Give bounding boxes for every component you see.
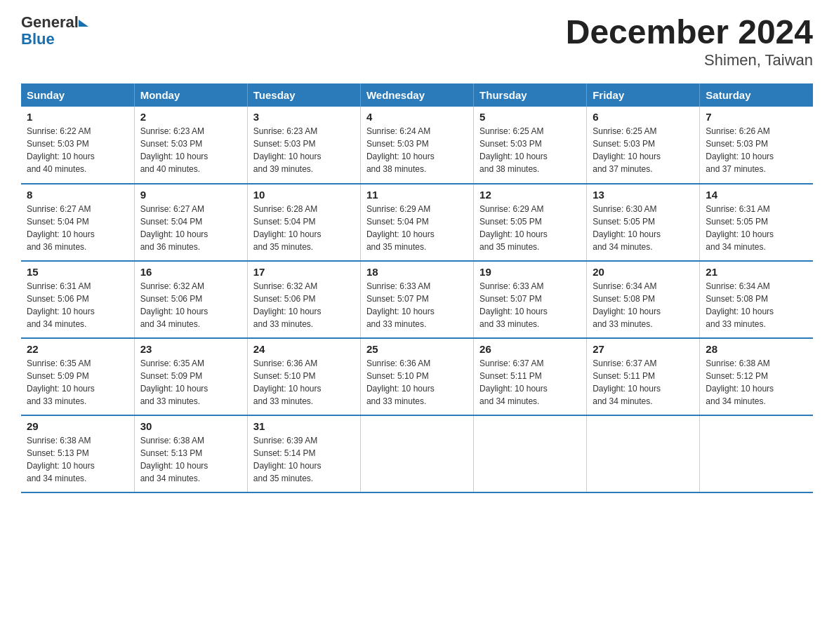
calendar-cell: 27 Sunrise: 6:37 AM Sunset: 5:11 PM Dayl… [587, 338, 700, 415]
cell-info: Sunrise: 6:24 AM Sunset: 5:03 PM Dayligh… [366, 125, 468, 175]
weekday-header-thursday: Thursday [474, 83, 587, 107]
calendar-cell: 14 Sunrise: 6:31 AM Sunset: 5:05 PM Dayl… [700, 184, 813, 261]
calendar-cell [700, 415, 813, 492]
calendar-cell: 7 Sunrise: 6:26 AM Sunset: 5:03 PM Dayli… [700, 107, 813, 184]
weekday-header-monday: Monday [134, 83, 247, 107]
calendar-table: SundayMondayTuesdayWednesdayThursdayFrid… [21, 83, 813, 493]
cell-info: Sunrise: 6:38 AM Sunset: 5:12 PM Dayligh… [706, 357, 807, 408]
calendar-cell: 20 Sunrise: 6:34 AM Sunset: 5:08 PM Dayl… [587, 261, 700, 338]
calendar-cell [587, 415, 700, 492]
calendar-cell: 31 Sunrise: 6:39 AM Sunset: 5:14 PM Dayl… [247, 415, 360, 492]
calendar-cell: 18 Sunrise: 6:33 AM Sunset: 5:07 PM Dayl… [360, 261, 473, 338]
calendar-cell: 3 Sunrise: 6:23 AM Sunset: 5:03 PM Dayli… [247, 107, 360, 184]
day-number: 15 [27, 266, 128, 278]
day-number: 30 [140, 420, 241, 432]
cell-info: Sunrise: 6:25 AM Sunset: 5:03 PM Dayligh… [479, 125, 581, 175]
day-number: 25 [366, 343, 468, 355]
calendar-cell: 5 Sunrise: 6:25 AM Sunset: 5:03 PM Dayli… [474, 107, 587, 184]
day-number: 21 [706, 266, 807, 278]
cell-info: Sunrise: 6:26 AM Sunset: 5:03 PM Dayligh… [706, 125, 807, 175]
calendar-cell: 16 Sunrise: 6:32 AM Sunset: 5:06 PM Dayl… [134, 261, 247, 338]
day-number: 12 [479, 189, 581, 201]
calendar-cell: 4 Sunrise: 6:24 AM Sunset: 5:03 PM Dayli… [360, 107, 473, 184]
cell-info: Sunrise: 6:33 AM Sunset: 5:07 PM Dayligh… [366, 280, 468, 330]
calendar-cell: 1 Sunrise: 6:22 AM Sunset: 5:03 PM Dayli… [21, 107, 134, 184]
calendar-cell: 22 Sunrise: 6:35 AM Sunset: 5:09 PM Dayl… [21, 338, 134, 415]
calendar-cell: 8 Sunrise: 6:27 AM Sunset: 5:04 PM Dayli… [21, 184, 134, 261]
cell-info: Sunrise: 6:29 AM Sunset: 5:04 PM Dayligh… [366, 203, 468, 253]
cell-info: Sunrise: 6:37 AM Sunset: 5:11 PM Dayligh… [479, 357, 581, 408]
calendar-cell: 11 Sunrise: 6:29 AM Sunset: 5:04 PM Dayl… [360, 184, 473, 261]
day-number: 4 [366, 111, 468, 123]
day-number: 1 [27, 111, 128, 123]
calendar-header: SundayMondayTuesdayWednesdayThursdayFrid… [21, 83, 813, 107]
cell-info: Sunrise: 6:30 AM Sunset: 5:05 PM Dayligh… [593, 203, 694, 253]
day-number: 23 [140, 343, 241, 355]
page-header: General Blue December 2024 Shimen, Taiwa… [21, 14, 813, 69]
calendar-cell: 15 Sunrise: 6:31 AM Sunset: 5:06 PM Dayl… [21, 261, 134, 338]
cell-info: Sunrise: 6:23 AM Sunset: 5:03 PM Dayligh… [140, 125, 241, 175]
day-number: 20 [593, 266, 694, 278]
logo: General Blue [21, 14, 87, 48]
cell-info: Sunrise: 6:25 AM Sunset: 5:03 PM Dayligh… [593, 125, 694, 175]
logo-triangle-icon [79, 20, 88, 27]
day-number: 11 [366, 189, 468, 201]
calendar-cell: 2 Sunrise: 6:23 AM Sunset: 5:03 PM Dayli… [134, 107, 247, 184]
calendar-cell: 13 Sunrise: 6:30 AM Sunset: 5:05 PM Dayl… [587, 184, 700, 261]
title-block: December 2024 Shimen, Taiwan [566, 14, 813, 69]
calendar-cell [474, 415, 587, 492]
calendar-cell: 19 Sunrise: 6:33 AM Sunset: 5:07 PM Dayl… [474, 261, 587, 338]
calendar-cell: 10 Sunrise: 6:28 AM Sunset: 5:04 PM Dayl… [247, 184, 360, 261]
day-number: 5 [479, 111, 581, 123]
day-number: 14 [706, 189, 807, 201]
calendar-week-row: 1 Sunrise: 6:22 AM Sunset: 5:03 PM Dayli… [21, 107, 813, 184]
calendar-cell: 29 Sunrise: 6:38 AM Sunset: 5:13 PM Dayl… [21, 415, 134, 492]
calendar-body: 1 Sunrise: 6:22 AM Sunset: 5:03 PM Dayli… [21, 107, 813, 492]
calendar-week-row: 8 Sunrise: 6:27 AM Sunset: 5:04 PM Dayli… [21, 184, 813, 261]
cell-info: Sunrise: 6:23 AM Sunset: 5:03 PM Dayligh… [253, 125, 355, 175]
day-number: 26 [479, 343, 581, 355]
calendar-week-row: 22 Sunrise: 6:35 AM Sunset: 5:09 PM Dayl… [21, 338, 813, 415]
cell-info: Sunrise: 6:27 AM Sunset: 5:04 PM Dayligh… [27, 203, 128, 253]
day-number: 13 [593, 189, 694, 201]
calendar-cell: 28 Sunrise: 6:38 AM Sunset: 5:12 PM Dayl… [700, 338, 813, 415]
cell-info: Sunrise: 6:36 AM Sunset: 5:10 PM Dayligh… [366, 357, 468, 408]
cell-info: Sunrise: 6:22 AM Sunset: 5:03 PM Dayligh… [27, 125, 128, 175]
weekday-header-saturday: Saturday [700, 83, 813, 107]
day-number: 29 [27, 420, 128, 432]
day-number: 17 [253, 266, 355, 278]
cell-info: Sunrise: 6:31 AM Sunset: 5:05 PM Dayligh… [706, 203, 807, 253]
logo-blue-text: Blue [21, 31, 87, 48]
cell-info: Sunrise: 6:36 AM Sunset: 5:10 PM Dayligh… [253, 357, 355, 408]
cell-info: Sunrise: 6:33 AM Sunset: 5:07 PM Dayligh… [479, 280, 581, 330]
calendar-week-row: 15 Sunrise: 6:31 AM Sunset: 5:06 PM Dayl… [21, 261, 813, 338]
day-number: 31 [253, 420, 355, 432]
weekday-header-wednesday: Wednesday [360, 83, 473, 107]
day-number: 6 [593, 111, 694, 123]
calendar-cell: 30 Sunrise: 6:38 AM Sunset: 5:13 PM Dayl… [134, 415, 247, 492]
day-number: 18 [366, 266, 468, 278]
logo-general-text: General [21, 13, 79, 31]
calendar-week-row: 29 Sunrise: 6:38 AM Sunset: 5:13 PM Dayl… [21, 415, 813, 492]
cell-info: Sunrise: 6:38 AM Sunset: 5:13 PM Dayligh… [140, 434, 241, 485]
cell-info: Sunrise: 6:38 AM Sunset: 5:13 PM Dayligh… [27, 434, 128, 485]
cell-info: Sunrise: 6:31 AM Sunset: 5:06 PM Dayligh… [27, 280, 128, 330]
weekday-header-tuesday: Tuesday [247, 83, 360, 107]
day-number: 16 [140, 266, 241, 278]
cell-info: Sunrise: 6:37 AM Sunset: 5:11 PM Dayligh… [593, 357, 694, 408]
day-number: 22 [27, 343, 128, 355]
cell-info: Sunrise: 6:28 AM Sunset: 5:04 PM Dayligh… [253, 203, 355, 253]
cell-info: Sunrise: 6:34 AM Sunset: 5:08 PM Dayligh… [593, 280, 694, 330]
cell-info: Sunrise: 6:35 AM Sunset: 5:09 PM Dayligh… [27, 357, 128, 408]
cell-info: Sunrise: 6:32 AM Sunset: 5:06 PM Dayligh… [140, 280, 241, 330]
cell-info: Sunrise: 6:39 AM Sunset: 5:14 PM Dayligh… [253, 434, 355, 485]
cell-info: Sunrise: 6:27 AM Sunset: 5:04 PM Dayligh… [140, 203, 241, 253]
cell-info: Sunrise: 6:29 AM Sunset: 5:05 PM Dayligh… [479, 203, 581, 253]
calendar-cell [360, 415, 473, 492]
calendar-cell: 23 Sunrise: 6:35 AM Sunset: 5:09 PM Dayl… [134, 338, 247, 415]
calendar-cell: 26 Sunrise: 6:37 AM Sunset: 5:11 PM Dayl… [474, 338, 587, 415]
calendar-cell: 25 Sunrise: 6:36 AM Sunset: 5:10 PM Dayl… [360, 338, 473, 415]
day-number: 27 [593, 343, 694, 355]
day-number: 19 [479, 266, 581, 278]
weekday-header-friday: Friday [587, 83, 700, 107]
